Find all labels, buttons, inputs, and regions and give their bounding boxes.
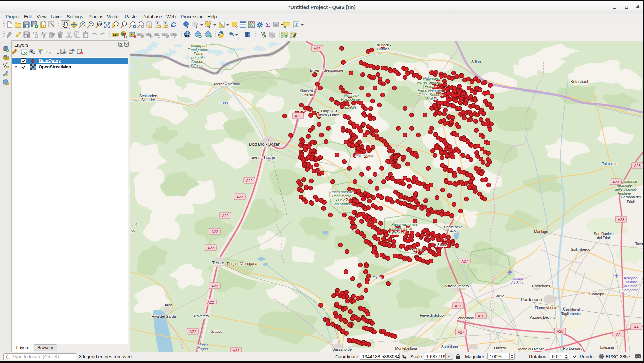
svg-text:Laives - Leifers: Laives - Leifers bbox=[248, 155, 276, 160]
svg-text:Spresiano: Spresiano bbox=[441, 345, 458, 349]
svg-text:Paneveggio: Paneveggio bbox=[332, 194, 352, 198]
svg-text:Militare: Militare bbox=[626, 280, 637, 284]
svg-text:Bolzano - Bozen: Bolzano - Bozen bbox=[249, 142, 281, 147]
svg-text:ab: ab bbox=[163, 33, 166, 35]
svg-text:Prags -: Prags - bbox=[425, 84, 436, 88]
svg-text:Trento: Trento bbox=[212, 260, 224, 265]
svg-text:Sillian: Sillian bbox=[471, 60, 481, 64]
svg-text:ε: ε bbox=[47, 49, 49, 54]
svg-text:Friulane: Friulane bbox=[618, 191, 631, 195]
svg-text:A22: A22 bbox=[236, 195, 243, 199]
svg-text:ab: ab bbox=[138, 33, 141, 35]
svg-text:Gruppo: Gruppo bbox=[191, 60, 203, 64]
svg-text:ez-Odle: ez-Odle bbox=[344, 105, 357, 109]
svg-text:Parco naturale: Parco naturale bbox=[330, 190, 354, 194]
svg-text:Parco Naturale: Parco Naturale bbox=[418, 88, 442, 93]
svg-text:Aeropor: Aeropor bbox=[623, 276, 637, 280]
svg-text:Air Base: Air Base bbox=[511, 281, 524, 285]
svg-text:- Pale di: - Pale di bbox=[336, 198, 349, 202]
svg-text:Campofor: Campofor bbox=[622, 288, 638, 292]
svg-text:A22: A22 bbox=[207, 300, 214, 304]
svg-text:A23: A23 bbox=[634, 164, 641, 168]
svg-text:Tolmezzo: Tolmezzo bbox=[602, 162, 617, 166]
svg-text:Σ: Σ bbox=[265, 21, 270, 29]
svg-text:Vittorio Veneto: Vittorio Veneto bbox=[445, 284, 469, 288]
svg-text:A23: A23 bbox=[618, 218, 624, 222]
svg-text:Fanes-Sennes-: Fanes-Sennes- bbox=[417, 80, 442, 84]
svg-text:- Silandro: - Silandro bbox=[139, 98, 155, 102]
svg-text:Urtijëi - St.: Urtijëi - St. bbox=[321, 109, 338, 113]
svg-text:Lana: Lana bbox=[220, 101, 228, 105]
svg-text:Meran - Merano: Meran - Merano bbox=[214, 82, 240, 86]
svg-text:Tava: Tava bbox=[635, 242, 643, 246]
svg-text:Motta di Livenza: Motta di Livenza bbox=[518, 347, 545, 351]
svg-text:Azzano Decimo: Azzano Decimo bbox=[530, 315, 556, 319]
svg-text:Fanes-Sennes-: Fanes-Sennes- bbox=[418, 93, 443, 97]
svg-text:Zugna: Zugna bbox=[197, 347, 208, 351]
svg-text:delle Dolomiti: delle Dolomiti bbox=[390, 227, 412, 231]
svg-text:Maniago: Maniago bbox=[534, 230, 548, 234]
svg-text:delle Dolomiti: delle Dolomiti bbox=[615, 187, 637, 191]
svg-text:Cordenons: Cordenons bbox=[532, 284, 550, 288]
svg-text:A28: A28 bbox=[557, 329, 563, 333]
svg-text:del Friuli: del Friuli bbox=[597, 236, 610, 240]
svg-text:Naturpark: Naturpark bbox=[423, 76, 439, 80]
svg-text:A28: A28 bbox=[478, 314, 484, 318]
svg-text:Parco nazionale: Parco nazionale bbox=[391, 222, 417, 226]
svg-text:ab: ab bbox=[155, 33, 158, 35]
svg-text:Friuli: Friuli bbox=[627, 200, 634, 204]
svg-text:1:1: 1:1 bbox=[98, 23, 101, 25]
svg-text:A22: A22 bbox=[189, 330, 196, 334]
svg-text:rale: rale bbox=[132, 223, 138, 227]
svg-text:A23: A23 bbox=[612, 180, 619, 184]
svg-text:A27: A27 bbox=[455, 304, 461, 308]
svg-text:Q: Q bbox=[209, 35, 211, 38]
svg-text:Pordenone: Pordenone bbox=[521, 297, 542, 302]
svg-text:ab: ab bbox=[172, 33, 174, 35]
svg-text:Monte: Monte bbox=[198, 343, 208, 347]
svg-text:Naturpark: Naturpark bbox=[344, 93, 359, 97]
svg-text:A22: A22 bbox=[211, 284, 218, 288]
svg-text:Fiume Veneto: Fiume Veneto bbox=[535, 306, 557, 310]
svg-text:ab: ab bbox=[130, 33, 133, 36]
svg-text:Naturpark: Naturpark bbox=[191, 44, 208, 48]
svg-text:Klausen -: Klausen - bbox=[300, 89, 315, 93]
svg-text:Brixen - Bressanone: Brixen - Bressanone bbox=[310, 68, 343, 72]
svg-text:Bassano del: Bassano del bbox=[332, 347, 352, 351]
svg-text:Ulrich - Ortisei: Ulrich - Ortisei bbox=[317, 113, 340, 117]
svg-text:llo-: llo- bbox=[131, 229, 136, 233]
svg-text:Brunico: Brunico bbox=[377, 47, 390, 51]
svg-text:?: ? bbox=[248, 33, 250, 36]
svg-text:San Martino: San Martino bbox=[332, 202, 352, 206]
svg-text:Belluno: Belluno bbox=[435, 243, 447, 247]
svg-text:A22: A22 bbox=[295, 114, 301, 118]
svg-text:Tagliamento: Tagliamento bbox=[561, 312, 581, 316]
svg-text:Marmolada: Marmolada bbox=[356, 153, 373, 157]
svg-text:Bruneck -: Bruneck - bbox=[376, 43, 391, 47]
svg-text:Rovereto: Rovereto bbox=[194, 314, 209, 318]
svg-text:Gruppo: Gruppo bbox=[211, 329, 222, 333]
svg-text:Codroipo: Codroipo bbox=[589, 292, 604, 296]
svg-text:A22: A22 bbox=[222, 214, 229, 218]
svg-text:San Vito al: San Vito al bbox=[562, 308, 580, 312]
svg-text:San Daniele: San Daniele bbox=[594, 232, 613, 236]
svg-text:Pergine Valsugana: Pergine Valsugana bbox=[227, 262, 257, 266]
svg-text:Bellunesi: Bellunesi bbox=[390, 231, 405, 235]
svg-text:A27: A27 bbox=[461, 259, 468, 263]
svg-text:Portogruaro: Portogruaro bbox=[563, 346, 582, 350]
svg-text:di Tessa: di Tessa bbox=[190, 64, 203, 68]
svg-text:A4: A4 bbox=[616, 332, 620, 336]
svg-text:Puez-Gaisler: Puez-Gaisler bbox=[341, 97, 362, 101]
svg-text:Sacile: Sacile bbox=[494, 294, 504, 298]
svg-text:Chiusa: Chiusa bbox=[302, 93, 313, 97]
svg-text:T: T bbox=[295, 22, 297, 27]
svg-text:Kötschach: Kötschach bbox=[570, 79, 589, 84]
svg-text:A22: A22 bbox=[246, 179, 253, 183]
svg-text:- Parco: - Parco bbox=[191, 52, 204, 56]
svg-text:Braies: Braies bbox=[426, 97, 437, 101]
svg-text:Montebelluna: Montebelluna bbox=[395, 346, 417, 350]
svg-text:Feltre: Feltre bbox=[372, 276, 382, 280]
svg-text:Spilimbergo: Spilimbergo bbox=[571, 247, 590, 251]
svg-text:Arco: Arco bbox=[165, 303, 172, 307]
svg-text:Alpi: Alpi bbox=[450, 229, 456, 233]
